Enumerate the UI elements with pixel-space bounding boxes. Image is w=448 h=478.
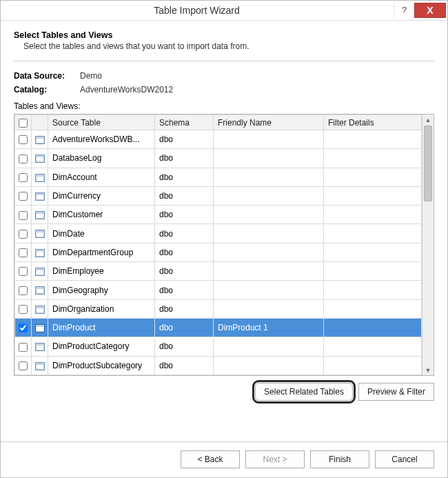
- help-button[interactable]: ?: [394, 3, 414, 18]
- source-table-cell: DatabaseLog: [48, 149, 155, 168]
- row-icon-cell: [32, 337, 48, 356]
- friendly-name-cell[interactable]: [214, 186, 324, 205]
- row-check-cell[interactable]: [15, 149, 32, 168]
- table-row[interactable]: DimGeographydbo: [15, 281, 422, 299]
- friendly-name-cell[interactable]: [214, 281, 324, 299]
- row-checkbox[interactable]: [19, 286, 28, 295]
- scroll-up-arrow[interactable]: ▲: [422, 114, 434, 125]
- close-button[interactable]: X: [414, 3, 446, 18]
- table-row[interactable]: DatabaseLogdbo: [15, 149, 422, 168]
- titlebar: Table Import Wizard ? X: [0, 0, 448, 21]
- table-icon: [35, 192, 45, 201]
- preview-filter-button[interactable]: Preview & Filter: [358, 383, 434, 401]
- scroll-down-arrow[interactable]: ▼: [422, 365, 434, 375]
- row-check-cell[interactable]: [15, 243, 32, 261]
- select-related-tables-button[interactable]: Select Related Tables: [255, 383, 353, 401]
- next-button[interactable]: Next >: [245, 450, 305, 468]
- col-source-table[interactable]: Source Table: [48, 115, 155, 130]
- schema-cell: dbo: [155, 130, 214, 149]
- row-check-cell[interactable]: [15, 318, 32, 337]
- tables-grid[interactable]: Source Table Schema Friendly Name Filter…: [14, 114, 422, 375]
- friendly-name-cell[interactable]: [214, 168, 324, 186]
- row-checkbox[interactable]: [19, 343, 28, 352]
- row-checkbox[interactable]: [19, 192, 28, 201]
- table-row[interactable]: DimProductSubcategorydbo: [15, 356, 422, 375]
- row-icon-cell: [32, 186, 48, 205]
- table-row[interactable]: DimCustomerdbo: [15, 206, 422, 224]
- source-table-cell: AdventureWorksDWB...: [48, 130, 155, 149]
- friendly-name-cell[interactable]: [214, 299, 324, 318]
- row-checkbox[interactable]: [19, 267, 28, 276]
- dialog-content: Select Tables and Views Select the table…: [0, 21, 448, 401]
- row-check-cell[interactable]: [15, 186, 32, 205]
- col-schema[interactable]: Schema: [155, 115, 214, 130]
- row-icon-cell: [32, 224, 48, 243]
- table-row[interactable]: AdventureWorksDWB...dbo: [15, 130, 422, 149]
- window-title: Table Import Wizard: [0, 5, 394, 16]
- row-checkbox[interactable]: [19, 135, 28, 144]
- table-row[interactable]: DimEmployeedbo: [15, 262, 422, 281]
- row-check-cell[interactable]: [15, 206, 32, 224]
- row-icon-cell: [32, 130, 48, 149]
- row-checkbox[interactable]: [19, 305, 28, 314]
- wizard-footer: < Back Next > Finish Cancel: [0, 441, 448, 477]
- friendly-name-cell[interactable]: [214, 337, 324, 356]
- filter-details-cell: [324, 243, 422, 261]
- row-check-cell[interactable]: [15, 337, 32, 356]
- row-check-cell[interactable]: [15, 356, 32, 375]
- table-row[interactable]: DimDatedbo: [15, 224, 422, 243]
- row-icon-cell: [32, 206, 48, 224]
- row-icon-cell: [32, 356, 48, 375]
- table-row[interactable]: DimAccountdbo: [15, 168, 422, 186]
- row-checkbox[interactable]: [19, 173, 28, 182]
- table-row[interactable]: DimDepartmentGroupdbo: [15, 243, 422, 261]
- schema-cell: dbo: [155, 262, 214, 281]
- row-checkbox[interactable]: [19, 230, 28, 239]
- table-row[interactable]: DimProductdboDimProduct 1: [15, 318, 422, 337]
- friendly-name-cell[interactable]: [214, 356, 324, 375]
- row-checkbox[interactable]: [19, 248, 28, 257]
- friendly-name-cell[interactable]: [214, 149, 324, 168]
- friendly-name-cell[interactable]: [214, 130, 324, 149]
- cancel-button[interactable]: Cancel: [375, 450, 434, 468]
- row-checkbox[interactable]: [19, 211, 28, 220]
- col-friendly-name[interactable]: Friendly Name: [214, 115, 324, 130]
- back-button[interactable]: < Back: [181, 450, 240, 468]
- row-check-cell[interactable]: [15, 299, 32, 318]
- friendly-name-cell[interactable]: [214, 224, 324, 243]
- scroll-thumb[interactable]: [424, 126, 432, 201]
- finish-button[interactable]: Finish: [310, 450, 369, 468]
- friendly-name-cell[interactable]: DimProduct 1: [214, 318, 324, 337]
- table-icon: [35, 230, 45, 238]
- friendly-name-cell[interactable]: [214, 262, 324, 281]
- schema-cell: dbo: [155, 281, 214, 299]
- table-row[interactable]: DimCurrencydbo: [15, 186, 422, 205]
- row-checkbox[interactable]: [19, 155, 28, 163]
- row-check-cell[interactable]: [15, 224, 32, 243]
- row-checkbox[interactable]: [19, 323, 28, 332]
- catalog-row: Catalog: AdventureWorksDW2012: [14, 85, 434, 94]
- filter-details-cell: [324, 206, 422, 224]
- table-row[interactable]: DimProductCategorydbo: [15, 337, 422, 356]
- col-filter-details[interactable]: Filter Details: [324, 115, 422, 130]
- schema-cell: dbo: [155, 224, 214, 243]
- table-icon: [35, 174, 45, 182]
- row-check-cell[interactable]: [15, 168, 32, 186]
- separator: [14, 61, 434, 61]
- table-icon: [35, 249, 45, 257]
- friendly-name-cell[interactable]: [214, 243, 324, 261]
- select-all-header[interactable]: [15, 115, 32, 130]
- row-check-cell[interactable]: [15, 262, 32, 281]
- vertical-scrollbar[interactable]: ▲ ▼: [422, 114, 434, 375]
- source-table-cell: DimGeography: [48, 281, 155, 299]
- row-check-cell[interactable]: [15, 130, 32, 149]
- table-icon: [35, 343, 45, 351]
- friendly-name-cell[interactable]: [214, 206, 324, 224]
- row-checkbox[interactable]: [19, 361, 28, 370]
- row-check-cell[interactable]: [15, 281, 32, 299]
- select-all-checkbox[interactable]: [19, 119, 28, 128]
- row-icon-cell: [32, 299, 48, 318]
- source-table-cell: DimCustomer: [48, 206, 155, 224]
- filter-details-cell: [324, 130, 422, 149]
- table-row[interactable]: DimOrganizationdbo: [15, 299, 422, 318]
